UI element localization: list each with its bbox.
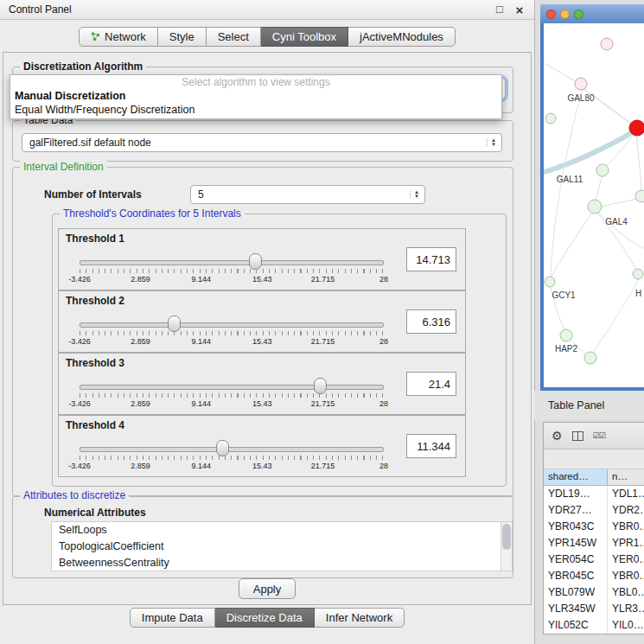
scrollbar[interactable]	[501, 522, 512, 571]
slider-thumb[interactable]	[249, 253, 262, 270]
threshold-slider[interactable]: -3.4262.8599.14415.4321.71528	[80, 310, 384, 348]
tab-cyni-toolbox[interactable]: Cyni Toolbox	[261, 27, 348, 47]
intervals-value: 5	[198, 188, 410, 201]
network-node[interactable]	[545, 113, 556, 124]
table-cell: YBR0…	[608, 568, 644, 584]
algorithm-option[interactable]: Equal Width/Frequency Discretization	[10, 103, 501, 117]
table-panel-window: ⚙☑☑ shared… n… YDL19…YDL1…YDR27…YDR2…YBR…	[543, 422, 644, 634]
slider-thumb[interactable]	[168, 316, 181, 332]
intervals-combobox[interactable]: 5 ▲ ▼	[190, 185, 425, 204]
list-item[interactable]: BetweennessCentrality	[52, 555, 512, 571]
table-row[interactable]: YBL079WYBL0…	[544, 584, 644, 601]
network-node[interactable]	[584, 352, 596, 364]
table-header-row: shared… n…	[544, 469, 644, 486]
slider-track[interactable]	[80, 385, 384, 390]
attributes-list-items: SelfLoopsTopologicalCoefficientBetweenne…	[52, 522, 512, 571]
network-node[interactable]	[545, 277, 555, 287]
table-data-value: galFiltered.sif default node	[29, 137, 487, 149]
tab-network[interactable]: Network	[79, 27, 158, 47]
table-row[interactable]: YER054CYER0…	[544, 552, 644, 568]
column-header-shared-name[interactable]: shared…	[544, 469, 608, 485]
table-data-group: Table Data galFiltered.sif default node …	[12, 120, 513, 162]
threshold-value-input[interactable]: 6.316	[406, 309, 456, 334]
table-data-combobox[interactable]: galFiltered.sif default node ▲ ▼	[22, 133, 502, 152]
threshold-label: Threshold 2	[66, 295, 124, 307]
table-cell: YER0…	[608, 552, 644, 568]
slider-thumb[interactable]	[216, 440, 229, 456]
network-node[interactable]	[633, 269, 643, 279]
apply-button[interactable]: Apply	[239, 578, 296, 599]
close-window-icon[interactable]: ×	[513, 3, 526, 17]
tick-label: 15.43	[252, 399, 272, 408]
tick-label: 9.144	[192, 275, 212, 284]
table-row[interactable]: YBR043CYBR0…	[544, 519, 644, 535]
table-cell: YBR043C	[544, 519, 608, 535]
scrollbar-thumb[interactable]	[502, 524, 511, 550]
slider-track[interactable]	[80, 447, 384, 452]
table-row[interactable]: YIL052CYIL0…	[544, 617, 644, 634]
threshold-value-input[interactable]: 11.344	[406, 434, 456, 458]
interval-definition-group: Interval Definition Number of Intervals …	[12, 167, 513, 497]
columns-icon[interactable]	[572, 431, 583, 441]
tick-label: 2.859	[131, 399, 150, 408]
close-button[interactable]	[546, 10, 556, 19]
table-row[interactable]: YPR145WYPR1…	[544, 535, 644, 552]
algorithm-option[interactable]: Manual Discretization	[10, 89, 501, 103]
network-node[interactable]	[596, 164, 609, 176]
threshold-value-input[interactable]: 21.4	[406, 372, 456, 396]
network-edge[interactable]	[544, 131, 635, 172]
table-row[interactable]: YDR27…YDR2…	[544, 502, 644, 519]
stepper-icon[interactable]: ▲ ▼	[410, 190, 423, 199]
table-row[interactable]: YLR345WYLR3…	[544, 601, 644, 617]
list-item[interactable]: SelfLoops	[52, 522, 512, 539]
network-node[interactable]	[588, 200, 602, 214]
slider-thumb[interactable]	[314, 378, 327, 394]
attributes-list[interactable]: SelfLoopsTopologicalCoefficientBetweenne…	[51, 521, 513, 571]
network-node[interactable]	[560, 329, 572, 341]
tick-label: -3.426	[68, 462, 91, 470]
algorithm-options: Manual DiscretizationEqual Width/Frequen…	[10, 89, 501, 117]
tick-label: 9.144	[192, 337, 212, 346]
tab-impute-data[interactable]: Impute Data	[130, 608, 215, 628]
slider-ticks	[80, 393, 384, 398]
network-canvas[interactable]: GAL80GAL11GAL4GCY1HAP2H	[544, 23, 644, 387]
tab-discretize-data[interactable]: Discretize Data	[215, 608, 315, 628]
threshold-value-input[interactable]: 14.713	[406, 247, 456, 271]
network-edge[interactable]	[636, 135, 641, 190]
column-header-name[interactable]: n…	[608, 469, 644, 485]
table-row[interactable]: YDL19…YDL1…	[544, 486, 644, 502]
list-item[interactable]: TopologicalCoefficient	[52, 539, 512, 555]
network-edge[interactable]	[594, 279, 639, 353]
network-edge[interactable]	[552, 213, 592, 277]
threshold-panel: Threshold 3 -3.4262.8599.14415.4321.7152…	[58, 353, 466, 415]
minimize-button[interactable]	[560, 10, 570, 19]
network-node[interactable]	[575, 78, 587, 90]
zoom-button[interactable]	[574, 10, 583, 19]
tab-jactivemnodules[interactable]: jActiveMNodules	[348, 27, 456, 47]
threshold-slider[interactable]: -3.4262.8599.14415.4321.71528	[80, 373, 384, 411]
network-node[interactable]	[635, 190, 644, 202]
network-node[interactable]	[629, 120, 644, 136]
threshold-slider[interactable]: -3.4262.8599.14415.4321.71528	[80, 248, 384, 286]
table-row[interactable]: YBR045CYBR0…	[544, 568, 644, 584]
bottom-tabs: Impute DataDiscretize DataInfer Network	[130, 608, 405, 628]
checkbox-grid-icon[interactable]: ☑☑	[593, 430, 605, 442]
tick-label: 15.43	[252, 337, 272, 346]
slider-track[interactable]	[80, 260, 384, 265]
network-edge[interactable]	[596, 176, 602, 201]
threshold-slider[interactable]: -3.4262.8599.14415.4321.71528	[80, 435, 384, 473]
cyni-toolbox-panel: Discretization Algorithm Select algorith…	[3, 52, 532, 605]
network-node[interactable]	[601, 38, 613, 50]
restore-window-icon[interactable]: □	[494, 3, 506, 17]
network-edge[interactable]	[601, 199, 636, 207]
tab-select[interactable]: Select	[207, 27, 261, 47]
attributes-group-title: Attributes to discretize	[20, 489, 129, 501]
tab-infer-network[interactable]: Infer Network	[315, 608, 405, 628]
tick-label: 2.859	[131, 462, 150, 470]
gear-icon[interactable]: ⚙	[552, 430, 563, 442]
tab-style[interactable]: Style	[158, 27, 207, 47]
table-toolbar-spacer	[544, 450, 644, 469]
table-toolbar: ⚙☑☑	[544, 423, 644, 450]
stepper-icon[interactable]: ▲ ▼	[487, 138, 500, 147]
slider-track[interactable]	[80, 322, 384, 328]
